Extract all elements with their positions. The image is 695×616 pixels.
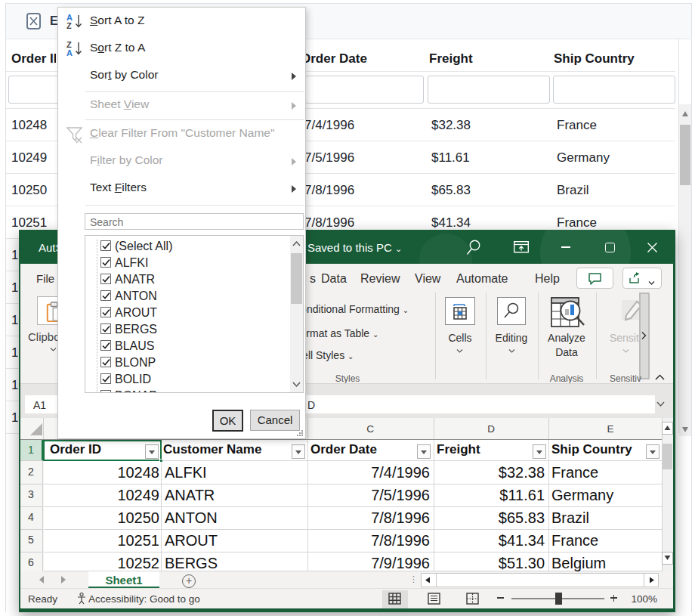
svg-text:A: A bbox=[66, 48, 73, 57]
svg-text:Z: Z bbox=[66, 21, 72, 30]
